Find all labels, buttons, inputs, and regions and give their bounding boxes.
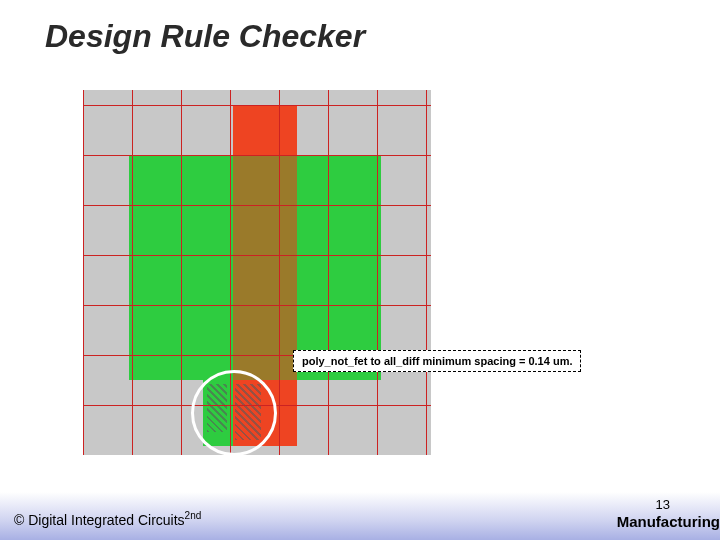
section-label: Manufacturing [617, 513, 720, 530]
slide-number: 13 [656, 497, 670, 512]
slide-title: Design Rule Checker [45, 18, 365, 55]
copyright-text: © Digital Integrated Circuits2nd [14, 510, 201, 528]
error-highlight-circle [191, 370, 277, 456]
gate-overlap [233, 156, 297, 380]
layout-canvas [83, 90, 431, 455]
copyright-edition: 2nd [185, 510, 202, 521]
copyright-main: © Digital Integrated Circuits [14, 512, 185, 528]
drc-error-message: poly_not_fet to all_diff minimum spacing… [293, 350, 581, 372]
